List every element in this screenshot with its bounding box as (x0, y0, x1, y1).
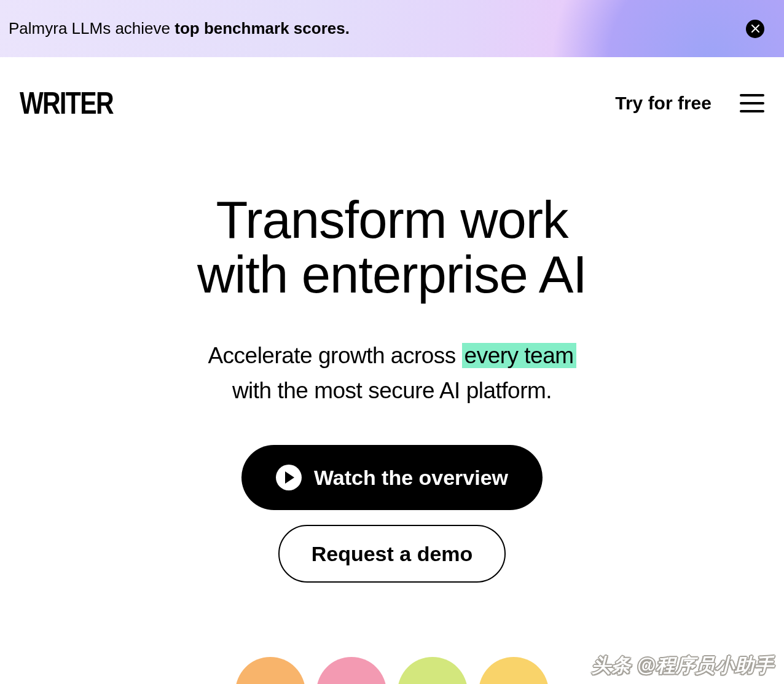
main-nav: WRITER Try for free (0, 57, 784, 131)
menu-button[interactable] (740, 94, 764, 112)
try-for-free-link[interactable]: Try for free (615, 93, 711, 114)
hamburger-bar-icon (740, 110, 764, 112)
headline-line2: with enterprise AI (197, 245, 587, 304)
subhead-pre: Accelerate growth across (208, 343, 461, 368)
hero-headline: Transform work with enterprise AI (0, 192, 784, 302)
request-demo-button[interactable]: Request a demo (278, 525, 506, 583)
decorative-bubbles (235, 657, 549, 684)
bubble-icon (316, 657, 386, 684)
bubble-icon (479, 657, 549, 684)
banner-text-bold: top benchmark scores. (174, 19, 350, 37)
request-demo-label: Request a demo (312, 543, 473, 564)
subhead-line2: with the most secure AI platform. (232, 378, 552, 403)
close-icon (751, 25, 759, 33)
banner-text: Palmyra LLMs achieve top benchmark score… (9, 19, 350, 38)
bubble-icon (235, 657, 305, 684)
watch-overview-button[interactable]: Watch the overview (241, 445, 543, 510)
watch-overview-label: Watch the overview (314, 467, 508, 488)
banner-close-button[interactable] (746, 20, 764, 38)
hero-section: Transform work with enterprise AI Accele… (0, 131, 784, 583)
announcement-banner[interactable]: Palmyra LLMs achieve top benchmark score… (0, 0, 784, 57)
hamburger-bar-icon (740, 94, 764, 96)
logo[interactable]: WRITER (20, 85, 113, 121)
hero-actions: Watch the overview Request a demo (0, 445, 784, 583)
hamburger-bar-icon (740, 102, 764, 104)
subhead-highlight: every team (462, 343, 576, 368)
play-icon (276, 465, 302, 490)
banner-text-pre: Palmyra LLMs achieve (9, 19, 174, 37)
hero-subhead: Accelerate growth across every team with… (0, 338, 784, 409)
headline-line1: Transform work (216, 191, 568, 249)
nav-right: Try for free (615, 93, 764, 114)
bubble-icon (398, 657, 468, 684)
watermark: 头条 @程序员小助手 (592, 653, 774, 678)
